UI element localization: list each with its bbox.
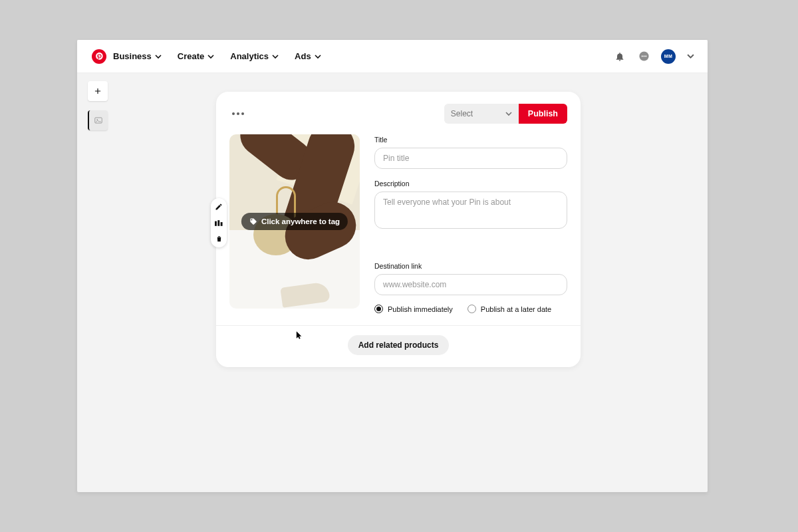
- new-pin-button[interactable]: [88, 81, 108, 101]
- svg-point-1: [641, 56, 642, 57]
- pencil-icon: [215, 203, 223, 211]
- top-nav: Business Create Analytics Ads: [77, 40, 708, 73]
- nav-label: Analytics: [230, 51, 269, 61]
- nav-label: Create: [178, 51, 204, 61]
- crop-button[interactable]: [214, 218, 223, 227]
- messages-icon[interactable]: [637, 50, 650, 63]
- svg-rect-6: [215, 221, 217, 225]
- grid-columns-icon: [215, 219, 223, 227]
- publish-immediately-option[interactable]: Publish immediately: [374, 305, 453, 313]
- left-rail: [88, 81, 108, 130]
- title-label: Title: [374, 136, 567, 144]
- chevron-down-icon: [272, 53, 279, 60]
- account-menu-chevron-icon[interactable]: [686, 50, 694, 63]
- board-select-label: Select: [451, 109, 473, 118]
- add-related-products-button[interactable]: Add related products: [348, 335, 450, 355]
- svg-point-3: [645, 56, 646, 57]
- form-column: Title Description Destination link Publi…: [374, 134, 567, 325]
- chevron-down-icon: [505, 110, 512, 117]
- nav-label: Ads: [295, 51, 311, 61]
- pin-builder-card: Select Publish: [216, 92, 581, 367]
- publish-schedule-radio-group: Publish immediately Publish at a later d…: [374, 305, 567, 313]
- nav-item-create[interactable]: Create: [178, 51, 214, 61]
- nav-item-business[interactable]: Business: [113, 51, 162, 61]
- tag-overlay-text: Click anywhere to tag: [261, 217, 340, 225]
- chevron-down-icon: [315, 53, 321, 60]
- radio-unselected-icon: [467, 305, 476, 313]
- edit-button[interactable]: [214, 202, 223, 211]
- card-header: Select Publish: [229, 104, 567, 124]
- avatar[interactable]: MM: [661, 49, 676, 64]
- tag-overlay[interactable]: Click anywhere to tag: [241, 213, 348, 230]
- pinterest-logo-icon[interactable]: [92, 49, 106, 64]
- nav-right-icons: MM: [613, 49, 694, 64]
- image-icon: [94, 116, 103, 125]
- delete-button[interactable]: [214, 234, 223, 243]
- dots-icon: [232, 112, 235, 115]
- card-footer: Add related products: [216, 325, 581, 367]
- nav-item-ads[interactable]: Ads: [295, 51, 321, 61]
- radio-label: Publish at a later date: [481, 305, 551, 313]
- tag-icon: [249, 217, 257, 225]
- link-label: Destination link: [374, 262, 567, 270]
- destination-link-input[interactable]: [374, 274, 567, 295]
- chevron-down-icon: [155, 53, 162, 60]
- nav-item-analytics[interactable]: Analytics: [230, 51, 279, 61]
- pin-image-preview[interactable]: Click anywhere to tag: [229, 134, 360, 309]
- description-input[interactable]: [374, 192, 567, 229]
- publish-button[interactable]: Publish: [519, 104, 567, 124]
- radio-label: Publish immediately: [388, 305, 453, 313]
- nav-menu: Business Create Analytics Ads: [113, 51, 321, 61]
- notifications-bell-icon[interactable]: [613, 50, 626, 63]
- publish-later-option[interactable]: Publish at a later date: [467, 305, 551, 313]
- board-select[interactable]: Select: [444, 104, 519, 124]
- card-body: Click anywhere to tag Title Description …: [229, 134, 567, 325]
- trash-icon: [215, 235, 223, 243]
- pin-draft-thumbnail[interactable]: [88, 110, 108, 130]
- svg-point-2: [643, 56, 644, 57]
- chevron-down-icon: [207, 53, 214, 60]
- description-label: Description: [374, 180, 567, 188]
- app-window: Business Create Analytics Ads: [77, 40, 708, 492]
- svg-rect-8: [220, 222, 222, 226]
- nav-label: Business: [113, 51, 152, 61]
- more-options-button[interactable]: [229, 110, 247, 118]
- avatar-initials: MM: [664, 54, 672, 59]
- plus-icon: [93, 86, 102, 96]
- title-input[interactable]: [374, 148, 567, 169]
- radio-selected-icon: [374, 305, 383, 313]
- preview-column: Click anywhere to tag: [229, 134, 360, 325]
- header-actions: Select Publish: [444, 104, 567, 124]
- preview-toolbar: [211, 198, 227, 247]
- svg-rect-7: [217, 220, 219, 226]
